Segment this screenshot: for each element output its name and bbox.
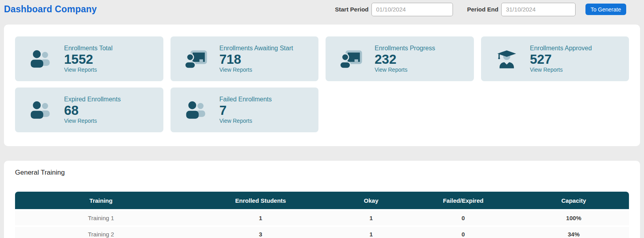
view-reports-link[interactable]: View Reports: [375, 67, 435, 73]
chalkboard-teacher-icon: [340, 50, 363, 69]
training-table: TrainingEnrolled StudentsOkayFailed/Expi…: [15, 190, 629, 238]
chalkboard-teacher-icon: [185, 50, 208, 69]
column-header: Okay: [334, 192, 408, 209]
column-header: Training: [15, 192, 187, 209]
table-cell: 100%: [519, 211, 629, 225]
table-cell: 1: [334, 211, 408, 225]
start-period-input[interactable]: [371, 3, 453, 16]
column-header: Enrolled Students: [187, 192, 334, 209]
users-icon: [29, 50, 52, 69]
period-end-input[interactable]: [501, 3, 576, 16]
stat-card: Enrollments Awaiting Start 718 View Repo…: [170, 36, 319, 81]
stat-card: Failed Enrollments 7 View Reports: [170, 88, 319, 132]
user-graduate-icon: [495, 50, 518, 69]
stat-card: Enrollments Approved 527 View Reports: [481, 36, 629, 81]
table-header-row: TrainingEnrolled StudentsOkayFailed/Expi…: [15, 192, 629, 209]
period-end-field: Period End: [467, 3, 576, 16]
page-title: Dashboard Company: [4, 4, 97, 15]
users-icon: [185, 101, 208, 120]
generate-button[interactable]: To Generate: [585, 4, 626, 15]
table-cell: 1: [334, 227, 408, 238]
stat-card: Enrollments Progress 232 View Reports: [326, 36, 474, 81]
card-value: 527: [530, 52, 592, 67]
table-cell: 1: [187, 211, 334, 225]
section-title: General Training: [15, 169, 629, 177]
stats-panel: Enrollments Total 1552 View Reports Enro…: [4, 25, 640, 146]
column-header: Failed/Expired: [408, 192, 518, 209]
table-cell: 34%: [519, 227, 629, 238]
view-reports-link[interactable]: View Reports: [220, 118, 272, 124]
view-reports-link[interactable]: View Reports: [220, 67, 293, 73]
training-panel: General Training TrainingEnrolled Studen…: [4, 161, 640, 238]
card-value: 7: [220, 103, 272, 118]
table-cell: 0: [408, 211, 518, 225]
dashboard-page: Dashboard Company Start Period Period En…: [0, 0, 644, 238]
table-row: Training 1110100%: [15, 211, 629, 225]
card-value: 718: [220, 52, 293, 67]
stat-card: Enrollments Total 1552 View Reports: [15, 36, 163, 81]
view-reports-link[interactable]: View Reports: [64, 67, 112, 73]
card-label: Enrollments Total: [64, 45, 112, 52]
cards-grid: Enrollments Total 1552 View Reports Enro…: [15, 36, 629, 132]
card-value: 68: [64, 103, 121, 118]
stat-card: Expired Enrollments 68 View Reports: [15, 88, 163, 132]
card-value: 1552: [64, 52, 112, 67]
period-end-label: Period End: [467, 6, 498, 13]
topbar: Dashboard Company Start Period Period En…: [0, 0, 644, 19]
table-cell: 3: [187, 227, 334, 238]
card-label: Enrollments Approved: [530, 45, 592, 52]
training-name-cell: Training 2: [15, 227, 187, 238]
view-reports-link[interactable]: View Reports: [530, 67, 592, 73]
card-label: Expired Enrollments: [64, 96, 121, 103]
column-header: Capacity: [519, 192, 629, 209]
card-label: Enrollments Awaiting Start: [220, 45, 293, 52]
card-value: 232: [375, 52, 435, 67]
start-period-label: Start Period: [335, 6, 369, 13]
card-label: Failed Enrollments: [220, 96, 272, 103]
view-reports-link[interactable]: View Reports: [64, 118, 121, 124]
training-name-cell: Training 1: [15, 211, 187, 225]
users-icon: [29, 101, 52, 120]
card-label: Enrollments Progress: [375, 45, 435, 52]
table-cell: 0: [408, 227, 518, 238]
start-period-field: Start Period: [335, 3, 453, 16]
table-row: Training 231034%: [15, 227, 629, 238]
